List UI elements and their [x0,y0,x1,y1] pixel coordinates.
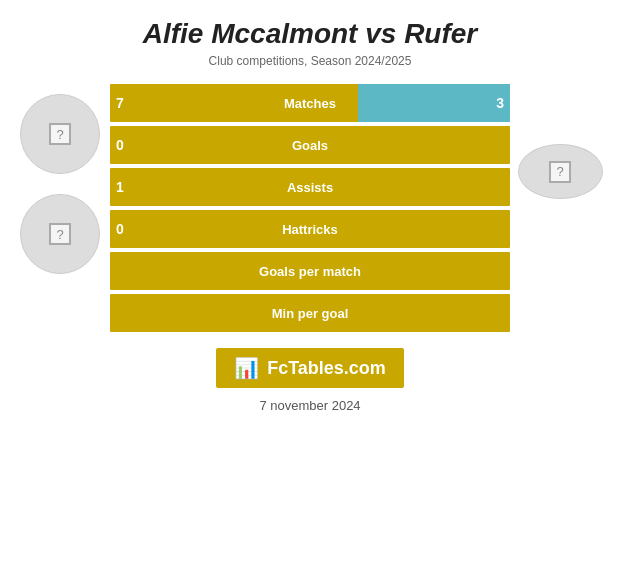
avatar-left-top: ? [20,94,100,174]
stat-row-goals: 0 Goals [110,126,510,164]
assists-label: Assists [287,180,333,195]
goals-label: Goals [292,138,328,153]
assists-left-value: 1 [116,179,124,195]
avatar-right-icon: ? [549,161,571,183]
logo-text: FcTables.com [267,358,386,379]
stat-row-matches: 7 Matches 3 [110,84,510,122]
stat-row-mpg: Min per goal [110,294,510,332]
logo-section: 📊 FcTables.com 7 november 2024 [216,348,404,413]
logo-icon: 📊 [234,356,259,380]
stat-bar-gpm: Goals per match [110,252,510,290]
matches-right-value: 3 [496,95,504,111]
gpm-label: Goals per match [259,264,361,279]
matches-left-value: 7 [116,95,124,111]
date-text: 7 november 2024 [259,398,360,413]
stat-bar-mpg: Min per goal [110,294,510,332]
stat-bar-goals: 0 Goals [110,126,510,164]
stat-bar-matches: 7 Matches 3 [110,84,510,122]
hattricks-left-value: 0 [116,221,124,237]
stat-bar-assists: 1 Assists [110,168,510,206]
goals-left-value: 0 [116,137,124,153]
avatar-right: ? [518,144,603,199]
matches-highlight [358,84,510,122]
mpg-label: Min per goal [272,306,349,321]
stat-row-hattricks: 0 Hattricks [110,210,510,248]
stat-row-gpm: Goals per match [110,252,510,290]
stat-row-assists: 1 Assists [110,168,510,206]
avatar-left-bottom: ? [20,194,100,274]
stat-bar-hattricks: 0 Hattricks [110,210,510,248]
matches-label: Matches [284,96,336,111]
avatar-column-right: ? [510,84,610,199]
page-title: Alfie Mccalmont vs Rufer [143,18,478,50]
title-section: Alfie Mccalmont vs Rufer Club competitio… [143,0,478,74]
avatar-left-top-icon: ? [49,123,71,145]
stats-column: 7 Matches 3 0 Goals 1 Assists [110,84,510,332]
subtitle: Club competitions, Season 2024/2025 [143,54,478,68]
page-wrapper: Alfie Mccalmont vs Rufer Club competitio… [0,0,620,580]
hattricks-label: Hattricks [282,222,338,237]
avatar-column-left: ? ? [10,84,110,274]
avatar-left-bottom-icon: ? [49,223,71,245]
comparison-area: ? ? 7 Matches 3 0 Goals [0,84,620,332]
logo-box: 📊 FcTables.com [216,348,404,388]
